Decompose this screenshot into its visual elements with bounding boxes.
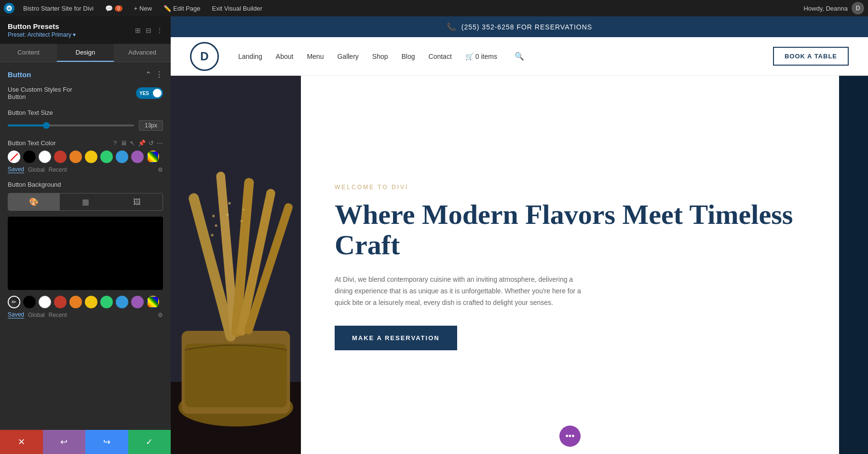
slider-value[interactable]: 13px — [139, 120, 163, 131]
swatch-black[interactable] — [23, 151, 36, 163]
nav-contact[interactable]: Contact — [429, 53, 452, 60]
section-title: Button — [8, 70, 31, 79]
panel-columns-icon[interactable]: ⊟ — [146, 27, 151, 34]
panel-more-icon[interactable]: ⋮ — [156, 27, 163, 34]
bg-swatch-black[interactable] — [23, 296, 36, 308]
admin-bar-right: Howdy, Deanna D — [803, 2, 864, 14]
panel-header: Button Presets Preset: Architect Primary… — [0, 16, 171, 44]
section-more-icon[interactable]: ⋮ — [155, 70, 163, 79]
panel-preset[interactable]: Preset: Architect Primary ▾ — [8, 31, 76, 38]
tab-design[interactable]: Design — [57, 44, 114, 62]
panel-content: Button ⌃ ⋮ Use Custom Styles For Button … — [0, 62, 171, 430]
redo-button[interactable]: ↪ — [85, 430, 128, 454]
bg-swatch-rainbow[interactable] — [147, 296, 159, 308]
avatar[interactable]: D — [852, 2, 864, 14]
bg-settings-icon[interactable]: ⚙ — [158, 312, 163, 318]
slider-thumb[interactable] — [43, 122, 50, 129]
text-color-swatches — [8, 151, 163, 163]
tab-advanced[interactable]: Advanced — [114, 44, 171, 62]
bg-color-tab[interactable]: 🎨 — [8, 193, 60, 210]
bg-swatch-blue[interactable] — [116, 296, 128, 308]
cursor-icon[interactable]: ↖ — [130, 139, 135, 147]
panel-grid-icon[interactable]: ⊞ — [135, 27, 141, 34]
color-tools: 🖥 ↖ 📌 ↺ ⋯ — [121, 139, 163, 147]
nav-landing[interactable]: Landing — [238, 53, 262, 60]
slider-container: 13px — [8, 120, 163, 131]
color-row-header: Button Text Color ? 🖥 ↖ 📌 ↺ ⋯ — [8, 139, 163, 147]
cart-icon: 🛒 — [465, 53, 474, 60]
wp-logo-icon[interactable]: W — [4, 3, 14, 14]
site-logo[interactable]: D — [190, 42, 219, 71]
swatch-red[interactable] — [54, 151, 67, 163]
global-label[interactable]: Global — [28, 166, 45, 173]
main-website-area: 📞 (255) 352-6258 FOR RESERVATIONS D Land… — [171, 16, 868, 454]
bg-swatch-white[interactable] — [39, 296, 51, 308]
button-background-section: Button Background 🎨 ▦ 🖼 ✏ — [8, 181, 163, 318]
swatch-orange[interactable] — [69, 151, 82, 163]
hero-dots-button[interactable]: ••• — [559, 426, 581, 447]
slider-track[interactable] — [8, 124, 134, 126]
bg-gradient-tab[interactable]: ▦ — [60, 193, 111, 210]
slider-fill — [8, 124, 46, 126]
saved-label[interactable]: Saved — [8, 166, 24, 173]
section-controls: ⌃ ⋮ — [145, 70, 163, 79]
toggle-label: Use Custom Styles For Button — [8, 86, 72, 100]
bg-color-swatches: ✏ — [8, 296, 163, 308]
cancel-button[interactable]: ✕ — [0, 430, 43, 454]
bg-global-label[interactable]: Global — [28, 312, 45, 318]
exit-builder-link[interactable]: Exit Visual Builder — [209, 5, 265, 12]
nav-shop[interactable]: Shop — [372, 53, 388, 60]
book-table-button[interactable]: BOOK A TABLE — [773, 47, 849, 66]
swatch-green[interactable] — [100, 151, 113, 163]
help-icon[interactable]: ? — [113, 140, 117, 147]
swatch-yellow[interactable] — [85, 151, 97, 163]
bg-swatch-yellow[interactable] — [85, 296, 97, 308]
bg-recent-label[interactable]: Recent — [49, 312, 67, 318]
bg-color-preview — [8, 217, 163, 290]
edit-page-link[interactable]: ✏️ Edit Page — [161, 5, 203, 12]
reset-icon[interactable]: ↺ — [149, 139, 154, 147]
tab-content[interactable]: Content — [0, 44, 57, 62]
bg-type-tabs: 🎨 ▦ 🖼 — [8, 193, 163, 211]
nav-menu[interactable]: Menu — [307, 53, 324, 60]
swatch-transparent[interactable] — [8, 151, 20, 163]
comments-link[interactable]: 💬 0 — [102, 5, 125, 12]
bg-saved-label[interactable]: Saved — [8, 311, 24, 318]
swatch-rainbow[interactable] — [147, 151, 159, 163]
custom-styles-toggle[interactable]: YES — [136, 87, 163, 99]
more-icon[interactable]: ⋯ — [157, 139, 163, 147]
bg-swatch-green[interactable] — [100, 296, 113, 308]
toggle-knob — [153, 89, 162, 97]
swatch-blue[interactable] — [116, 151, 128, 163]
confirm-button[interactable]: ✓ — [128, 430, 171, 454]
hero-content: WELCOME TO DIVI Where Modern Flavors Mee… — [301, 76, 839, 454]
left-panel: Button Presets Preset: Architect Primary… — [0, 16, 171, 454]
nav-cart[interactable]: 🛒 0 items — [465, 53, 497, 60]
bg-eyedropper[interactable]: ✏ — [8, 296, 20, 308]
bg-swatch-orange[interactable] — [69, 296, 82, 308]
desktop-icon[interactable]: 🖥 — [121, 139, 127, 147]
bg-swatch-purple[interactable] — [131, 296, 144, 308]
nav-blog[interactable]: Blog — [402, 53, 415, 60]
new-link[interactable]: + New — [131, 5, 155, 12]
phone-bar: 📞 (255) 352-6258 FOR RESERVATIONS — [171, 16, 868, 37]
make-reservation-button[interactable]: MAKE A RESERVATION — [335, 326, 457, 350]
undo-button[interactable]: ↩ — [43, 430, 86, 454]
bg-swatch-red[interactable] — [54, 296, 67, 308]
recent-label[interactable]: Recent — [49, 166, 67, 173]
nav-gallery[interactable]: Gallery — [337, 53, 358, 60]
swatch-white[interactable] — [39, 151, 51, 163]
swatch-purple[interactable] — [131, 151, 144, 163]
comment-icon: 💬 — [105, 5, 113, 12]
section-collapse-icon[interactable]: ⌃ — [145, 70, 151, 79]
right-dark-panel — [839, 76, 868, 454]
slider-label: Button Text Size — [8, 109, 163, 116]
settings-icon[interactable]: ⚙ — [158, 166, 163, 173]
search-icon[interactable]: 🔍 — [515, 52, 524, 61]
wp-admin-bar: W Bistro Starter Site for Divi 💬 0 + New… — [0, 0, 868, 16]
pin-icon[interactable]: 📌 — [138, 139, 146, 147]
site-name-link[interactable]: Bistro Starter Site for Divi — [20, 5, 96, 12]
button-section-header: Button ⌃ ⋮ — [8, 70, 163, 79]
bg-image-tab[interactable]: 🖼 — [111, 193, 163, 210]
nav-about[interactable]: About — [276, 53, 294, 60]
